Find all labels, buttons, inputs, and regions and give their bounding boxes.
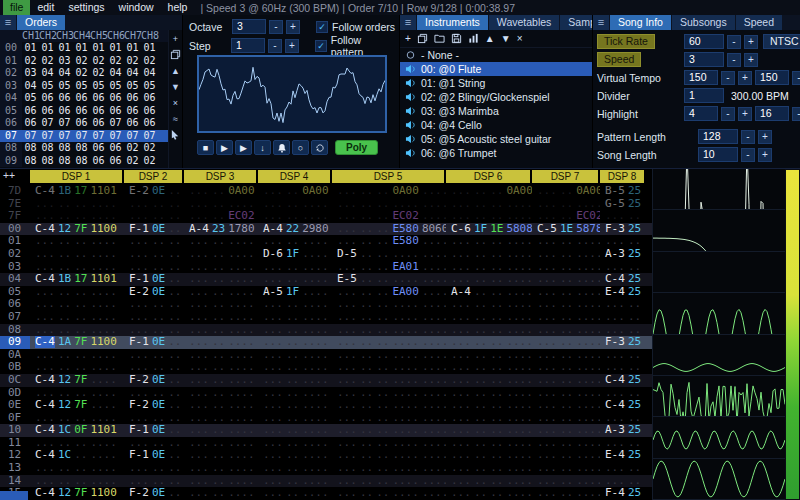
highlight-first-increment-button[interactable]: + (738, 107, 752, 121)
order-row[interactable]: 000101010101010101 (0, 42, 168, 55)
order-row[interactable]: 050606060606060606 (0, 105, 168, 118)
poly-button[interactable]: Poly (335, 140, 378, 155)
pattern-row[interactable]: 10C-41C0F1101F-10E......................… (0, 424, 652, 437)
order-row[interactable]: 040506060606060606 (0, 92, 168, 105)
follow-orders-checkbox[interactable]: ✓ Follow orders (316, 21, 395, 33)
highlight-second-decrement-button[interactable]: - (792, 107, 800, 121)
horizontal-scrollbar-thumb[interactable] (0, 491, 28, 500)
pattern-corner[interactable]: ++ (0, 169, 30, 184)
instrument-duplicate-button[interactable] (417, 33, 428, 44)
pattern-row[interactable]: 00C-4127F1100F-10E..A-4231780A-4222980..… (0, 223, 652, 236)
pattern-row[interactable]: 05...........E-20E...........A-51F......… (0, 286, 652, 299)
pattern-row[interactable]: 0D......................................… (0, 387, 652, 400)
speed-increment-button[interactable]: + (744, 53, 758, 67)
instrument-item[interactable]: 02: @2 Blingy/Glockenspiel (400, 90, 592, 104)
ntsc-button[interactable]: NTSC (763, 34, 800, 49)
instruments-menu-icon[interactable]: ≡ (400, 15, 416, 30)
pattern-row[interactable]: 0EC-4127F....F-20E......................… (0, 399, 652, 412)
instrument-item[interactable]: 00: @0 Flute (400, 62, 592, 76)
menu-window[interactable]: window (112, 0, 161, 15)
speed-decrement-button[interactable]: - (727, 53, 741, 67)
order-row[interactable]: 030405050505050505 (0, 80, 168, 93)
order-row[interactable]: 010202030202020202 (0, 55, 168, 68)
channel-header[interactable]: DSP 7 (532, 170, 598, 183)
pattern-row[interactable]: 14......................................… (0, 475, 652, 488)
tab-orders[interactable]: Orders (17, 15, 65, 30)
step-decrement-button[interactable]: - (268, 39, 282, 53)
pattern-row[interactable]: 7DC-41B171101E-20E.......0A00.....0A00..… (0, 185, 652, 198)
channel-header[interactable]: DSP 6 (446, 170, 530, 183)
menu-file[interactable]: file (3, 0, 30, 15)
play-pattern-button[interactable]: ▶ (235, 140, 252, 155)
pattern-row[interactable]: 01......................................… (0, 235, 652, 248)
pattern-length-decrement-button[interactable]: - (741, 130, 755, 144)
virtual-tempo-num-increment-button[interactable]: + (738, 71, 752, 85)
menu-settings[interactable]: settings (61, 0, 111, 15)
pattern-length-increment-button[interactable]: + (758, 130, 772, 144)
pattern-row[interactable]: 07......................................… (0, 311, 652, 324)
channel-header[interactable]: DSP 4 (258, 170, 330, 183)
menu-edit[interactable]: edit (30, 0, 61, 15)
speed-input[interactable]: 3 (684, 52, 724, 67)
instrument-move-down-button[interactable]: ▼ (501, 33, 511, 45)
virtual-tempo-den-input[interactable]: 150 (755, 70, 789, 85)
tab-samples[interactable]: Samples (560, 15, 592, 30)
channel-header[interactable]: DSP 1 (30, 170, 122, 183)
channel-header[interactable]: DSP 8 (600, 170, 644, 183)
tab-wavetables[interactable]: Wavetables (489, 15, 559, 30)
octave-increment-button[interactable]: + (286, 20, 300, 34)
metronome-button[interactable] (273, 140, 290, 155)
channel-header[interactable]: DSP 2 (124, 170, 182, 183)
repeat-button[interactable] (311, 140, 328, 155)
order-deep-clone-button[interactable]: ≈ (170, 113, 182, 125)
instrument-item[interactable]: 04: @4 Cello (400, 118, 592, 132)
instrument-add-button[interactable]: + (405, 33, 411, 45)
instrument-organize-button[interactable] (468, 33, 479, 44)
pattern-row[interactable]: 15C-4127F1100F-20E......................… (0, 487, 652, 500)
song-length-input[interactable]: 10 (698, 147, 738, 162)
divider-input[interactable]: 1 (684, 88, 724, 103)
song-menu-icon[interactable]: ≡ (593, 15, 609, 30)
order-row[interactable]: 080808080806060202 (0, 142, 168, 155)
pattern-row[interactable]: 12C-41C......F-10E......................… (0, 449, 652, 462)
highlight-first-decrement-button[interactable]: - (721, 107, 735, 121)
tick-rate-increment-button[interactable]: + (744, 35, 758, 49)
step-input[interactable]: 1 (231, 38, 265, 53)
highlight-second-input[interactable]: 16 (755, 106, 789, 121)
order-row[interactable]: 060607070606070606 (0, 117, 168, 130)
order-add-button[interactable]: + (170, 33, 182, 45)
speed-button[interactable]: Speed (597, 52, 641, 67)
order-row[interactable]: 070707070707070707 (0, 130, 168, 143)
instrument-delete-button[interactable]: × (517, 33, 523, 45)
order-remove-button[interactable]: × (170, 97, 182, 109)
order-row[interactable]: 090808080806060202 (0, 155, 168, 168)
step-increment-button[interactable]: + (285, 39, 299, 53)
follow-pattern-checkbox[interactable]: ✓ Follow pattern (315, 34, 395, 58)
pattern-row[interactable]: 03......................................… (0, 261, 652, 274)
pattern-row[interactable]: 04C-41B171101F-10E....................E-… (0, 273, 652, 286)
order-edit-mode-icon[interactable] (170, 129, 182, 141)
virtual-tempo-den-decrement-button[interactable]: - (792, 71, 800, 85)
pattern-row[interactable]: 0F......................................… (0, 412, 652, 425)
instrument-item-none[interactable]: - None - (400, 48, 592, 62)
order-move-down-button[interactable]: ▼ (170, 81, 182, 93)
tab-instruments[interactable]: Instruments (417, 15, 488, 30)
song-length-decrement-button[interactable]: - (741, 148, 755, 162)
pattern-row[interactable]: 7E......................................… (0, 198, 652, 211)
octave-decrement-button[interactable]: - (269, 20, 283, 34)
instrument-item[interactable]: 06: @6 Trumpet (400, 146, 592, 160)
tab-song-info[interactable]: Song Info (610, 15, 671, 30)
tab-subsongs[interactable]: Subsongs (672, 15, 735, 30)
octave-input[interactable]: 3 (232, 19, 266, 34)
record-button[interactable]: ○ (292, 140, 309, 155)
stop-button[interactable]: ■ (197, 140, 214, 155)
play-button[interactable]: ▶ (216, 140, 233, 155)
tab-speed[interactable]: Speed (736, 15, 782, 30)
instrument-move-up-button[interactable]: ▲ (485, 33, 495, 45)
order-row[interactable]: 020304040202040404 (0, 67, 168, 80)
virtual-tempo-num-input[interactable]: 150 (684, 70, 718, 85)
channel-header[interactable]: DSP 3 (184, 170, 256, 183)
song-length-increment-button[interactable]: + (758, 148, 772, 162)
pattern-row[interactable]: 0B......................................… (0, 361, 652, 374)
pattern-row[interactable]: 06......................................… (0, 298, 652, 311)
